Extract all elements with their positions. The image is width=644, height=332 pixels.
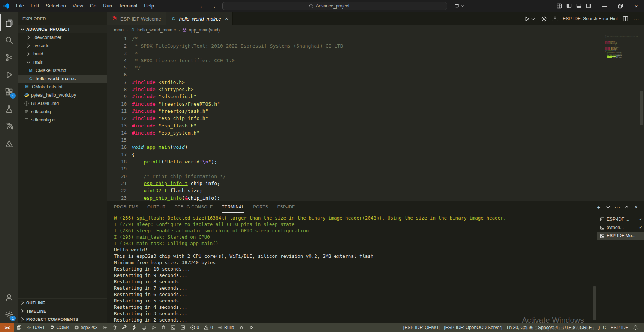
menu-item-file[interactable]: File: [13, 0, 27, 12]
toggle-panel-button[interactable]: [576, 3, 582, 9]
statusbar-notifications[interactable]: [631, 323, 640, 332]
close-tab-icon[interactable]: ×: [225, 16, 228, 22]
tree-item-build[interactable]: build: [18, 50, 107, 58]
split-editor-button[interactable]: [622, 16, 629, 22]
editor-tab-hello-world-main-c[interactable]: Chello_world_main.c×: [166, 12, 233, 25]
statusbar-menuconfig[interactable]: [100, 323, 110, 332]
tree-item-cmakelists-txt[interactable]: MCMakeLists.txt: [18, 83, 107, 91]
statusbar-eol-sequence[interactable]: CRLF: [578, 323, 594, 332]
terminal-list-item[interactable]: ESP-IDF Mo...: [597, 232, 644, 240]
close-button[interactable]: ×: [628, 0, 644, 12]
statusbar-serial-port[interactable]: COM4: [47, 323, 72, 332]
menu-item-terminal[interactable]: Terminal: [115, 0, 141, 12]
statusbar-flash[interactable]: [129, 323, 139, 332]
statusbar-language-mode[interactable]: {}C: [594, 323, 608, 332]
tree-item-sdkconfig-ci[interactable]: sdkconfig.ci: [18, 116, 107, 124]
statusbar-erase-flash[interactable]: [159, 323, 168, 332]
breadcrumb-item[interactable]: Chello_world_main.c: [130, 27, 176, 33]
terminal-list-item[interactable]: python...✓: [597, 223, 644, 232]
launch-profile-button[interactable]: [605, 205, 611, 210]
terminal-scrollbar[interactable]: [593, 286, 596, 320]
tree-item-cmakelists-txt[interactable]: MCMakeLists.txt: [18, 66, 107, 75]
customize-layout-button[interactable]: [556, 3, 562, 9]
toggle-secondary-sidebar-button[interactable]: [586, 3, 592, 9]
sidebar-section-timeline[interactable]: TIMELINE: [18, 307, 107, 315]
statusbar-cursor-position[interactable]: Ln 30, Col 96: [505, 323, 536, 332]
activitybar-search[interactable]: [0, 31, 18, 49]
panel-tab-problems[interactable]: PROBLEMS: [114, 201, 138, 213]
activitybar-accounts[interactable]: [0, 289, 18, 306]
run-or-debug-button[interactable]: [524, 16, 536, 22]
tree-item--devcontainer[interactable]: .devcontainer: [18, 33, 107, 42]
install-button[interactable]: [552, 16, 558, 22]
statusbar-run-app[interactable]: [246, 323, 256, 332]
statusbar-esp-idf-version[interactable]: ESP-IDF: [608, 323, 631, 332]
tree-item-sdkconfig[interactable]: sdkconfig: [18, 108, 107, 116]
minimize-button[interactable]: —: [597, 0, 613, 12]
search-input[interactable]: [316, 3, 361, 9]
more-actions-button[interactable]: ···: [615, 205, 620, 210]
statusbar-debug[interactable]: [149, 323, 159, 332]
statusbar-indentation[interactable]: Spaces: 4: [536, 323, 560, 332]
activitybar-settings[interactable]: 1: [0, 306, 18, 323]
maximize-panel-button[interactable]: [624, 205, 629, 210]
panel-tab-esp-idf[interactable]: ESP-IDF: [277, 201, 295, 213]
activitybar-run-and-debug[interactable]: [0, 66, 18, 83]
statusbar-openocd[interactable]: [120, 323, 129, 332]
statusbar-qemu-status[interactable]: [ESP-IDF: QEMU]: [401, 323, 442, 332]
statusbar-problems-errors[interactable]: 0: [188, 323, 202, 332]
menu-item-go[interactable]: Go: [87, 0, 100, 12]
terminal-output[interactable]: W (266) spi_flash: Detected size(16384k)…: [107, 213, 597, 323]
tree-item-pytest-hello-world-py[interactable]: pytest_hello_world.py: [18, 91, 107, 99]
more-actions-button[interactable]: ···: [633, 16, 640, 22]
menu-item-selection[interactable]: Selection: [42, 0, 69, 12]
statusbar-idf-debug[interactable]: [237, 323, 246, 332]
panel-tab-debug-console[interactable]: DEBUG CONSOLE: [174, 201, 213, 213]
idf-settings-button[interactable]: [541, 16, 547, 22]
statusbar-flash-device[interactable]: [178, 323, 188, 332]
menu-item-edit[interactable]: Edit: [27, 0, 42, 12]
editor-scrollbar[interactable]: [640, 91, 643, 125]
statusbar-build[interactable]: Build: [215, 323, 237, 332]
sidebar-section-outline[interactable]: OUTLINE: [18, 298, 107, 307]
statusbar-device-target[interactable]: esp32s3: [72, 323, 100, 332]
breadcrumb-item[interactable]: main: [114, 27, 124, 33]
close-panel-button[interactable]: ×: [634, 205, 639, 210]
tree-item-readme-md[interactable]: README.md: [18, 99, 107, 108]
panel-tab-output[interactable]: OUTPUT: [147, 201, 165, 213]
panel-tab-ports[interactable]: PORTS: [253, 201, 268, 213]
terminal-list-item[interactable]: ESP-IDF ...✓: [597, 215, 644, 223]
menu-item-run[interactable]: Run: [100, 0, 115, 12]
restore-button[interactable]: [613, 0, 628, 12]
command-center-search[interactable]: [222, 2, 447, 10]
statusbar-full-clean[interactable]: [110, 323, 120, 332]
copilot-button[interactable]: [454, 3, 464, 9]
statusbar-openocd-server-status[interactable]: [ESP-IDF: OpenOCD Server]: [442, 323, 505, 332]
statusbar-monitor-device[interactable]: [139, 323, 149, 332]
statusbar-esp-idf-project[interactable]: [14, 323, 24, 332]
views-more-actions-icon[interactable]: ···: [96, 16, 102, 22]
activitybar-explorer[interactable]: [0, 14, 18, 31]
activitybar-espressif-explorer[interactable]: [0, 118, 18, 135]
menu-item-help[interactable]: Help: [141, 0, 157, 12]
statusbar-problems-warnings[interactable]: 0: [201, 323, 215, 332]
new-terminal-button[interactable]: +: [596, 205, 601, 210]
back-button[interactable]: ←: [199, 3, 205, 9]
statusbar-remote-indicator[interactable]: ><: [0, 323, 14, 332]
activitybar-testing[interactable]: [0, 100, 18, 118]
panel-tab-terminal[interactable]: TERMINAL: [222, 201, 244, 213]
activitybar-extensions[interactable]: 1: [0, 83, 18, 100]
minimap[interactable]: /* * SPDX-FileCopyrightText: 2010-2022 E…: [605, 35, 638, 170]
esp-idf-search-error-hint-button[interactable]: ESP-IDF: Search Error Hint: [563, 16, 618, 21]
code-editor[interactable]: 1/*2 * SPDX-FileCopyrightText: 2010-2022…: [107, 34, 644, 201]
statusbar-flash-uart[interactable]: ☆UART: [24, 323, 47, 332]
toggle-primary-sidebar-button[interactable]: [566, 3, 572, 9]
sidebar-section-project-components[interactable]: PROJECT COMPONENTS: [18, 315, 107, 323]
menu-item-view[interactable]: View: [69, 0, 87, 12]
tree-root-folder[interactable]: ADVANCE_PROJECT: [18, 25, 107, 33]
breadcrumb-item[interactable]: app_main(void): [182, 27, 220, 33]
activitybar-source-control[interactable]: [0, 49, 18, 66]
statusbar-encoding[interactable]: UTF-8: [560, 323, 578, 332]
activitybar-esp-idf-tools[interactable]: [0, 135, 18, 152]
tree-item--vscode[interactable]: .vscode: [18, 42, 107, 50]
